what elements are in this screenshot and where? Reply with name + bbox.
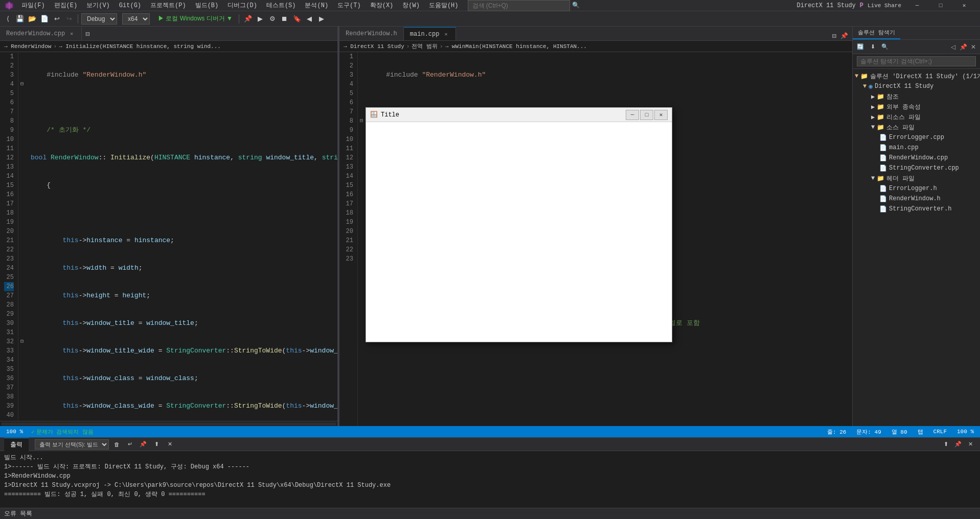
tree-file-stringconverter-h[interactable]: 📄 StringConverter.h	[853, 204, 980, 214]
dialog-close-btn[interactable]: ✕	[654, 110, 668, 120]
status-line[interactable]: 줄: 26	[825, 428, 848, 436]
status-tab[interactable]: 탭	[916, 428, 925, 436]
menu-project[interactable]: 프로젝트(P)	[146, 0, 190, 11]
sol-search-btn[interactable]: 🔍	[879, 41, 891, 53]
tab-main-close[interactable]: ✕	[442, 31, 449, 38]
output-pin-btn[interactable]: 📌	[138, 439, 149, 450]
stop-btn[interactable]: ⏹	[279, 13, 290, 25]
tab-renderwindow-h[interactable]: RenderWindow.h	[339, 27, 404, 40]
menu-file[interactable]: 파일(F)	[17, 0, 49, 11]
tree-solution-root[interactable]: ▼ 📁 솔루션 'DirectX 11 Study' (1/1개	[853, 71, 980, 81]
attach-btn[interactable]: 📌	[242, 13, 254, 25]
output-toolbar: 출력 보기 선택(S): 빌드 🗑 ↵ 📌 ⬆ ✕	[35, 439, 175, 450]
step2-btn[interactable]: ⚙	[267, 13, 278, 25]
close-button[interactable]: ✕	[952, 0, 976, 11]
redo-btn[interactable]: ↪	[63, 13, 75, 25]
menu-build[interactable]: 빌드(B)	[191, 0, 223, 11]
output-source-select[interactable]: 출력 보기 선택(S): 빌드	[35, 439, 109, 450]
left-code-scroll[interactable]: 12345 678910 1112131415 1617181920 21222…	[0, 52, 337, 421]
pane-divider[interactable]	[337, 27, 339, 426]
tab-main-cpp[interactable]: main.cpp ✕	[404, 27, 457, 40]
tree-project-label: DirectX 11 Study	[875, 83, 933, 90]
output-clear-btn[interactable]: 🗑	[111, 439, 122, 450]
tree-file-renderwindow-cpp[interactable]: 📄 RenderWindow.cpp	[853, 153, 980, 163]
tree-folder-headers[interactable]: ▼ 📁 헤더 파일	[853, 173, 980, 183]
menu-ext[interactable]: 확장(X)	[366, 0, 398, 11]
dialog-controls: ─ □ ✕	[626, 110, 668, 120]
left-split-icon[interactable]: ⊟	[82, 27, 93, 40]
output-tab-active[interactable]: 출력	[4, 438, 29, 451]
refs-folder-icon: 📁	[877, 93, 884, 101]
menu-edit[interactable]: 편집(E)	[50, 0, 82, 11]
menu-view[interactable]: 보기(V)	[82, 0, 114, 11]
status-col[interactable]: 열 80	[890, 428, 909, 436]
sol-expand-btn[interactable]: ◁	[948, 42, 958, 52]
menu-help[interactable]: 도움말(H)	[425, 0, 463, 11]
menu-tools[interactable]: 도구(T)	[333, 0, 365, 11]
tree-folder-extdeps[interactable]: ▶ 📁 외부 종속성	[853, 102, 980, 112]
tree-file-errorlogger-cpp[interactable]: 📄 ErrorLogger.cpp	[853, 132, 980, 143]
status-left: 100 % ✓ 문제가 검색되지 않음	[4, 428, 96, 436]
menu-analyze[interactable]: 분석(N)	[301, 0, 332, 11]
right-panel-split-icon[interactable]: ⊟	[830, 32, 838, 40]
left-tab-close[interactable]: ✕	[68, 30, 75, 37]
output-line-5: ========== 빌드: 성공 1, 실패 0, 최신 0, 생략 0 ==…	[4, 490, 976, 499]
step-btn[interactable]: ▶	[255, 13, 266, 25]
error-list-label: 오류 목록	[4, 509, 32, 518]
menu-test[interactable]: 테스트(S)	[262, 0, 300, 11]
status-char[interactable]: 문자: 49	[854, 428, 883, 436]
el-h-label: ErrorLogger.h	[889, 185, 937, 192]
status-spaces[interactable]: 100 %	[955, 429, 976, 435]
output-dock-btn[interactable]: 📌	[952, 439, 964, 450]
sol-close-btn[interactable]: ✕	[969, 42, 978, 52]
dialog-maximize-btn[interactable]: □	[640, 110, 653, 120]
nav-back[interactable]: ◀	[304, 13, 315, 25]
left-tab-rendercpp[interactable]: RenderWindow.cpp ✕	[0, 27, 82, 40]
maximize-button[interactable]: □	[929, 0, 952, 11]
bookmark-btn[interactable]: 🔖	[291, 13, 303, 25]
new-btn[interactable]: 📄	[39, 13, 50, 25]
left-hscroll[interactable]	[0, 421, 337, 426]
output-maxim-btn[interactable]: ⬆	[940, 439, 951, 450]
sol-explorer-toolbar: 🔄 ⬇ 🔍 ◁ 📌 ✕	[853, 40, 980, 54]
platform-dropdown[interactable]: x64	[122, 13, 150, 25]
tree-folder-resources[interactable]: ▶ 📁 리소스 파일	[853, 112, 980, 122]
right-panel-pin-icon[interactable]: 📌	[838, 32, 850, 40]
rw-h-label: RenderWindow.h	[889, 195, 941, 202]
live-share-label[interactable]: Live Share	[868, 3, 901, 9]
sol-search-input[interactable]	[857, 56, 976, 66]
output-expand-btn[interactable]: ⬆	[151, 439, 162, 450]
output-wrap-btn[interactable]: ↵	[124, 439, 135, 450]
tree-file-errorlogger-h[interactable]: 📄 ErrorLogger.h	[853, 183, 980, 194]
minimize-button[interactable]: ─	[905, 0, 929, 11]
tree-file-main-cpp[interactable]: 📄 main.cpp	[853, 143, 980, 153]
menu-debug[interactable]: 디버그(D)	[223, 0, 261, 11]
open-btn[interactable]: 📂	[27, 13, 38, 25]
status-encoding[interactable]: CRLF	[931, 429, 949, 435]
sol-filter-btn[interactable]: ⬇	[867, 41, 878, 53]
output-close-btn[interactable]: ✕	[164, 439, 175, 450]
solution-explorer-tab[interactable]: 솔루션 탐색기	[853, 27, 900, 39]
dialog-minimize-btn[interactable]: ─	[626, 110, 639, 120]
sol-sync-btn[interactable]: 🔄	[855, 41, 866, 53]
back-btn[interactable]: ⟨	[2, 13, 13, 25]
sol-pin2-btn[interactable]: 📌	[959, 42, 968, 52]
undo-btn[interactable]: ↩	[51, 13, 62, 25]
status-ok-indicator[interactable]: ✓ 문제가 검색되지 않음	[29, 428, 96, 436]
tree-project[interactable]: ▼ ◉ DirectX 11 Study	[853, 81, 980, 91]
solution-tree[interactable]: ▼ 📁 솔루션 'DirectX 11 Study' (1/1개 ▼ ◉ Dir…	[853, 69, 980, 426]
global-search-input[interactable]	[468, 0, 570, 11]
menu-window[interactable]: 창(W)	[398, 0, 424, 11]
nav-fwd[interactable]: ▶	[316, 13, 327, 25]
run-button[interactable]: ▶ 로컬 Windows 디버거 ▼	[155, 13, 236, 24]
save-btn[interactable]: 💾	[14, 13, 26, 25]
tree-folder-refs[interactable]: ▶ 📁 참조	[853, 91, 980, 102]
left-code-area: 12345 678910 1112131415 1617181920 21222…	[0, 52, 337, 421]
menu-git[interactable]: Git(G)	[115, 1, 145, 10]
status-zoom[interactable]: 100 %	[4, 429, 25, 435]
tree-file-stringconverter-cpp[interactable]: 📄 StringConverter.cpp	[853, 163, 980, 173]
config-dropdown[interactable]: Debug	[81, 13, 117, 25]
tree-file-renderwindow-h[interactable]: 📄 RenderWindow.h	[853, 194, 980, 204]
tree-folder-src[interactable]: ▼ 📁 소스 파일	[853, 122, 980, 132]
output-x-btn[interactable]: ✕	[965, 439, 976, 450]
